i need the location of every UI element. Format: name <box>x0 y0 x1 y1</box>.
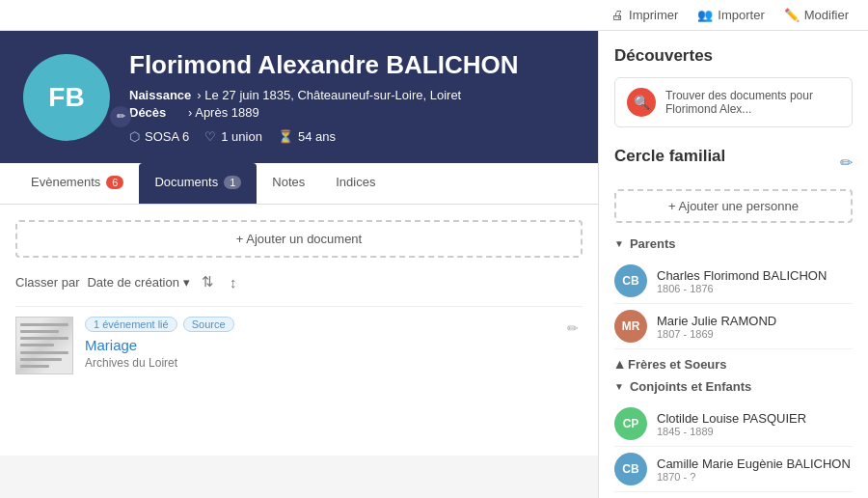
age-info: ⏳ 54 ans <box>278 129 336 144</box>
parent-item[interactable]: CB Charles Florimond BALICHON 1806 - 187… <box>614 259 853 304</box>
event-badge: 1 événement lié <box>85 317 177 332</box>
document-edit-button[interactable]: ✏ <box>563 317 583 340</box>
sort-desc-icon: ↕ <box>230 274 237 290</box>
document-thumbnail <box>15 317 73 374</box>
chevron-down-icon: ▾ <box>183 275 190 290</box>
conjoint-info-1: Camille Marie Eugènie BALICHON 1870 - ? <box>657 456 851 483</box>
tab-evenements[interactable]: Evènements 6 <box>15 163 139 204</box>
conjoint-item[interactable]: CP Clotilde Louise PASQUIER 1845 - 1889 <box>614 401 853 447</box>
age-icon: ⏳ <box>278 129 293 144</box>
profile-death: Décès › Après 1889 <box>129 105 575 120</box>
print-icon: 🖨 <box>611 8 624 22</box>
parent-avatar-0: CB <box>614 264 647 297</box>
right-panel: Découvertes 🔍 Trouver des documents pour… <box>598 31 868 498</box>
tab-documents[interactable]: Documents 1 <box>139 163 257 204</box>
sort-asc-button[interactable]: ⇅ <box>198 271 218 292</box>
edit-icon: ✏️ <box>784 8 800 22</box>
sort-desc-button[interactable]: ↕ <box>226 272 241 292</box>
profile-name: Florimond Alexandre BALICHON <box>129 50 575 80</box>
document-content: 1 événement lié Source Mariage Archives … <box>85 317 552 370</box>
pencil-icon: ✏ <box>567 320 579 336</box>
edit-button[interactable]: ✏️ Modifier <box>784 8 849 22</box>
sosa-icon: ⬡ <box>129 129 140 144</box>
decouvertes-title: Découvertes <box>614 46 853 66</box>
document-badges: 1 événement lié Source <box>85 317 552 332</box>
document-title[interactable]: Mariage <box>85 337 552 353</box>
profile-birth: Naissance › Le 27 juin 1835, Châteauneuf… <box>129 88 575 102</box>
parent-avatar-1: MR <box>614 310 647 343</box>
tab-indices[interactable]: Indices <box>320 163 391 204</box>
edit-famille-icon: ✏ <box>840 154 853 171</box>
conjoint-avatar-0: CP <box>614 407 647 440</box>
conjoints-arrow-icon: ▼ <box>614 381 624 392</box>
parent-info-1: Marie Julie RAMOND 1807 - 1869 <box>657 314 776 340</box>
import-button[interactable]: 👥 Importer <box>697 8 764 22</box>
conjoints-list: CP Clotilde Louise PASQUIER 1845 - 1889 … <box>614 401 853 492</box>
tabs-bar: Evènements 6 Documents 1 Notes Indices <box>0 163 598 205</box>
conjoints-section-header[interactable]: ▼ Conjoints et Enfants <box>614 379 853 394</box>
add-person-button[interactable]: + Ajouter une personne <box>614 189 853 223</box>
edit-avatar-button[interactable]: ✏ <box>110 106 131 127</box>
decouvertes-text: Trouver des documents pour Florimond Ale… <box>665 89 840 116</box>
sosa-info: ⬡ SOSA 6 <box>129 129 189 144</box>
sort-select[interactable]: Date de création ▾ <box>87 275 189 290</box>
conjoints-label: Conjoints et Enfants <box>630 379 751 394</box>
freres-label: Frères et Soeurs <box>628 357 727 372</box>
search-icon: 🔍 <box>627 88 656 117</box>
add-document-button[interactable]: + Ajouter un document <box>15 220 583 258</box>
union-icon: ♡ <box>204 129 216 144</box>
unions-info: ♡ 1 union <box>204 129 262 144</box>
import-icon: 👥 <box>697 8 713 22</box>
famille-header: Cercle familial ✏ <box>614 147 853 178</box>
parents-arrow-icon: ▼ <box>614 238 624 249</box>
conjoint-avatar-1: CB <box>614 453 647 485</box>
source-badge: Source <box>183 317 234 332</box>
parents-label: Parents <box>630 236 676 251</box>
decouvertes-card[interactable]: 🔍 Trouver des documents pour Florimond A… <box>614 77 853 127</box>
parent-info-0: Charles Florimond BALICHON 1806 - 1876 <box>657 268 827 294</box>
freres-section-header[interactable]: ▶ Frères et Soeurs <box>614 357 853 372</box>
avatar: FB <box>23 54 110 141</box>
profile-meta: ⬡ SOSA 6 ♡ 1 union ⏳ 54 ans <box>129 129 575 144</box>
parents-section-header[interactable]: ▼ Parents <box>614 236 853 251</box>
sort-bar: Classer par Date de création ▾ ⇅ ↕ <box>15 271 583 292</box>
famille-title: Cercle familial <box>614 147 725 166</box>
conjoint-info-0: Clotilde Louise PASQUIER 1845 - 1889 <box>657 411 806 437</box>
content-area: + Ajouter un document Classer par Date d… <box>0 205 598 456</box>
document-subtitle: Archives du Loiret <box>85 356 552 370</box>
document-item: 1 événement lié Source Mariage Archives … <box>15 306 583 384</box>
famille-edit-button[interactable]: ✏ <box>840 153 853 172</box>
conjoint-item[interactable]: CB Camille Marie Eugènie BALICHON 1870 -… <box>614 447 853 492</box>
parents-list: CB Charles Florimond BALICHON 1806 - 187… <box>614 259 853 349</box>
tab-notes[interactable]: Notes <box>257 163 320 204</box>
profile-header: FB ✏ Florimond Alexandre BALICHON Naissa… <box>0 31 598 163</box>
parent-item[interactable]: MR Marie Julie RAMOND 1807 - 1869 <box>614 304 853 349</box>
sort-asc-icon: ⇅ <box>202 273 214 290</box>
print-button[interactable]: 🖨 Imprimer <box>611 8 678 22</box>
freres-arrow-icon: ▶ <box>613 361 624 369</box>
profile-info: Florimond Alexandre BALICHON Naissance ›… <box>129 50 575 144</box>
